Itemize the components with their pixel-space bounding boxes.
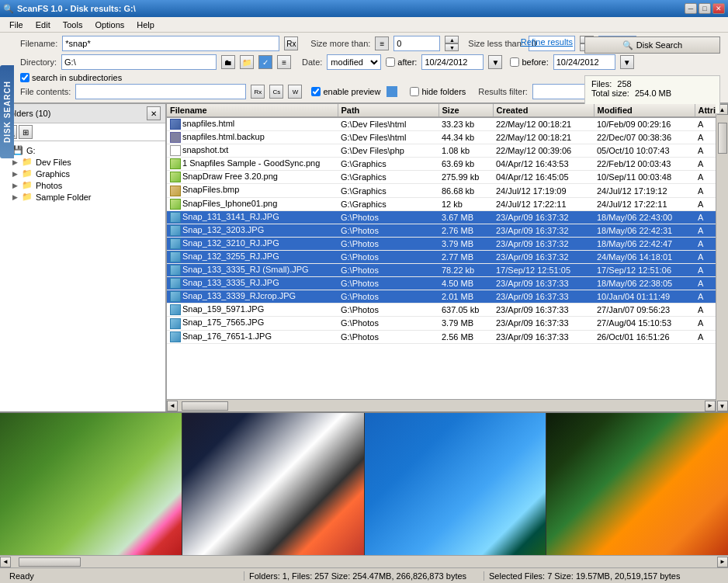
- h-scroll-left[interactable]: ◄: [167, 401, 178, 411]
- table-row[interactable]: Snap_132_3255_RJ.JPG G:\Photos 2.77 MB 2…: [167, 250, 716, 263]
- table-row[interactable]: Snap_133_3335_RJ (Small).JPG G:\Photos 7…: [167, 264, 716, 277]
- before-date-input[interactable]: [553, 54, 615, 70]
- cell-size: 3.79 MB: [439, 237, 493, 250]
- enable-preview-checkbox[interactable]: [311, 87, 321, 96]
- table-row[interactable]: 1 Snapfiles Sample - GoodSync.png G:\Gra…: [167, 158, 716, 171]
- cell-path: G:\Dev Files\php: [338, 144, 439, 158]
- cell-created: 04/Apr/12 16:43:53: [493, 158, 594, 171]
- table-row[interactable]: Snap_132_3203.JPG G:\Photos 2.76 MB 23/A…: [167, 224, 716, 237]
- col-created[interactable]: Created: [493, 104, 594, 117]
- main-h-scrollbar[interactable]: ◄ ►: [0, 555, 728, 567]
- preview-image-2: [182, 413, 365, 555]
- h-scrollbar[interactable]: ◄ ►: [167, 399, 716, 411]
- menu-options[interactable]: Options: [88, 19, 130, 31]
- date-label: Date:: [302, 57, 322, 67]
- disk-search-label: Disk Search: [636, 40, 682, 50]
- subdirs-checkbox-label[interactable]: search in subdirectories: [20, 73, 122, 82]
- dir-btn1[interactable]: 🖿: [221, 55, 235, 69]
- contents-btn1[interactable]: Rx: [251, 85, 265, 99]
- cell-filename: SnapFiles.bmp: [167, 184, 338, 197]
- folder-tree: ▼ 💾 G: ▶ 📁 Dev Files ▶ 📁 Graphics: [0, 141, 165, 411]
- col-modified[interactable]: Modified: [594, 104, 695, 117]
- directory-input[interactable]: [61, 54, 217, 70]
- date-type-select[interactable]: modified created accessed: [327, 54, 381, 70]
- before-checkbox[interactable]: [510, 57, 519, 67]
- table-row[interactable]: Snap_133_3339_RJcrop.JPG G:\Photos 2.01 …: [167, 290, 716, 304]
- cell-attr: A: [695, 330, 716, 343]
- tree-item-devfiles[interactable]: ▶ 📁 Dev Files: [12, 156, 162, 168]
- table-row[interactable]: snapfiles.html.backup G:\Dev Files\html …: [167, 131, 716, 144]
- dir-check[interactable]: ✓: [258, 55, 272, 69]
- after-label: after:: [397, 57, 417, 67]
- menu-help[interactable]: Help: [130, 19, 161, 31]
- h-scroll-right[interactable]: ►: [705, 401, 716, 411]
- cell-filename: Snap_176_7651-1.JPG: [167, 330, 338, 343]
- after-checkbox-label[interactable]: after:: [386, 57, 417, 67]
- close-button[interactable]: ✕: [712, 3, 725, 14]
- preview-color-btn[interactable]: [387, 86, 397, 97]
- table-row[interactable]: SnapFiles_Iphone01.png G:\Graphics 12 kb…: [167, 197, 716, 210]
- tree-item-graphics[interactable]: ▶ 📁 Graphics: [12, 168, 162, 179]
- table-row[interactable]: snapfiles.html G:\Dev Files\html 33.23 k…: [167, 117, 716, 131]
- col-path[interactable]: Path: [338, 104, 439, 117]
- minimize-button[interactable]: ─: [685, 3, 697, 14]
- folders-close-btn[interactable]: ✕: [147, 106, 161, 120]
- cell-size: 637.05 kb: [439, 304, 493, 317]
- before-cal-btn[interactable]: ▼: [620, 55, 634, 69]
- size-more-up[interactable]: ▲: [445, 36, 459, 43]
- hide-folders-checkbox[interactable]: [410, 87, 419, 96]
- enable-preview-label[interactable]: enable preview: [311, 87, 380, 96]
- main-h-scroll-right[interactable]: ►: [717, 557, 728, 567]
- contents-btn3[interactable]: W: [288, 85, 302, 99]
- col-attrib[interactable]: Attribu: [695, 104, 716, 117]
- disk-search-button[interactable]: 🔍 Disk Search: [584, 36, 720, 54]
- menu-file[interactable]: File: [3, 19, 29, 31]
- h-scroll-track[interactable]: [178, 401, 705, 411]
- cell-attr: A: [695, 250, 716, 263]
- enable-preview-text: enable preview: [323, 87, 380, 96]
- col-filename[interactable]: Filename: [167, 104, 338, 117]
- v-scroll-track[interactable]: [717, 115, 728, 401]
- tree-item-g[interactable]: ▼ 💾 G:: [3, 144, 162, 156]
- table-row[interactable]: SnapDraw Free 3.20.png G:\Graphics 275.9…: [167, 171, 716, 184]
- filename-input[interactable]: [62, 36, 279, 51]
- v-scroll-down[interactable]: ▼: [717, 401, 728, 411]
- dir-btn2[interactable]: 📁: [240, 55, 254, 69]
- before-checkbox-label[interactable]: before:: [510, 57, 548, 67]
- refine-results-link[interactable]: Refine results: [521, 37, 573, 47]
- files-table-container[interactable]: Filename Path Size Created Modified Attr…: [167, 104, 716, 399]
- cell-size: 2.76 MB: [439, 224, 493, 237]
- table-row[interactable]: Snap_176_7651-1.JPG G:\Photos 2.56 MB 23…: [167, 330, 716, 343]
- cell-filename: Snap_133_3339_RJcrop.JPG: [167, 290, 338, 304]
- menu-edit[interactable]: Edit: [29, 19, 57, 31]
- dir-btn3[interactable]: ≡: [277, 55, 291, 69]
- cell-attr: A: [695, 317, 716, 330]
- table-row[interactable]: Snap_131_3141_RJ.JPG G:\Photos 3.67 MB 2…: [167, 210, 716, 224]
- table-row[interactable]: SnapFiles.bmp G:\Graphics 86.68 kb 24/Ju…: [167, 184, 716, 197]
- after-cal-btn[interactable]: ▼: [488, 55, 502, 69]
- contents-btn2[interactable]: Cs: [269, 85, 283, 99]
- size-more-down[interactable]: ▼: [445, 43, 459, 51]
- col-size[interactable]: Size: [439, 104, 493, 117]
- file-contents-input[interactable]: [75, 84, 246, 99]
- hide-folders-label[interactable]: hide folders: [410, 87, 466, 96]
- after-date-input[interactable]: [421, 54, 484, 70]
- table-row[interactable]: Snap_175_7565.JPG G:\Photos 3.79 MB 23/A…: [167, 317, 716, 330]
- table-row[interactable]: Snap_133_3335_RJ.JPG G:\Photos 4.50 MB 2…: [167, 277, 716, 290]
- v-scrollbar[interactable]: ▲ ▼: [716, 104, 728, 411]
- maximize-button[interactable]: □: [699, 3, 711, 14]
- tree-item-photos[interactable]: ▶ 📁 Photos: [12, 179, 162, 191]
- main-h-scroll-track[interactable]: [11, 557, 717, 567]
- main-h-scroll-left[interactable]: ◄: [0, 557, 11, 567]
- table-row[interactable]: snapshot.txt G:\Dev Files\php 1.08 kb 22…: [167, 144, 716, 158]
- cell-filename: Snap_132_3203.JPG: [167, 224, 338, 237]
- folder-filter-btn[interactable]: ⊞: [19, 125, 33, 139]
- size-more-input[interactable]: [393, 36, 440, 51]
- table-row[interactable]: Snap_159_5971.JPG G:\Photos 637.05 kb 23…: [167, 304, 716, 317]
- filename-btn1[interactable]: Rx: [284, 36, 298, 50]
- subdirs-checkbox[interactable]: [20, 73, 29, 82]
- after-checkbox[interactable]: [386, 57, 395, 67]
- table-row[interactable]: Snap_132_3210_RJ.JPG G:\Photos 3.79 MB 2…: [167, 237, 716, 250]
- tree-item-samplefolder[interactable]: ▶ 📁 Sample Folder: [12, 191, 162, 203]
- menu-tools[interactable]: Tools: [57, 19, 89, 31]
